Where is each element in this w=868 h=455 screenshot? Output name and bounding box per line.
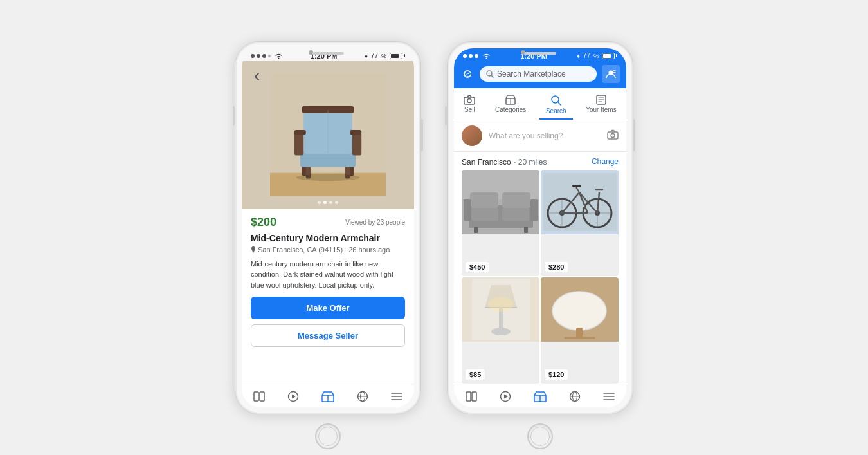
svg-rect-49 — [502, 192, 530, 208]
nav-marketplace-icon-2[interactable] — [533, 389, 547, 404]
chair-svg — [270, 74, 386, 196]
change-location-link[interactable]: Change — [592, 157, 619, 166]
menu-icon-svg — [391, 392, 402, 401]
product-views: Viewed by 23 people — [345, 219, 405, 226]
item-table-price: $120 — [545, 369, 568, 380]
svg-rect-17 — [260, 392, 264, 401]
svg-point-77 — [488, 297, 514, 312]
battery-body-2 — [602, 53, 615, 59]
svg-rect-8 — [294, 132, 303, 155]
bluetooth-icon: ♦ — [365, 53, 368, 59]
svg-rect-51 — [502, 208, 529, 221]
svg-marker-86 — [504, 394, 508, 398]
dot-4 — [335, 201, 338, 204]
svg-rect-81 — [576, 328, 583, 338]
make-offer-button[interactable]: Make Offer — [251, 297, 405, 319]
home-button[interactable] — [315, 423, 341, 449]
marketplace-tabs: Sell Categories — [454, 88, 626, 120]
location-distance: 20 miles — [518, 158, 547, 167]
camera-icon-svg — [607, 129, 619, 140]
signal-dot-2 — [257, 54, 260, 58]
nav-marketplace-icon[interactable] — [321, 389, 335, 404]
items-grid: $450 — [454, 170, 626, 384]
scene: 1:20 PM ♦ 77% — [235, 41, 633, 414]
speaker-2 — [524, 52, 556, 55]
svg-point-38 — [552, 96, 559, 103]
tab-your-items[interactable]: Your Items — [579, 92, 622, 120]
tab-categories-label: Categories — [495, 106, 526, 113]
location-info: San Francisco · 20 miles — [462, 156, 547, 167]
camera-icon[interactable] — [607, 129, 619, 142]
profile-icon — [606, 70, 616, 79]
home-button-2[interactable] — [527, 423, 553, 449]
avatar-image — [462, 125, 482, 146]
signal-dots — [251, 53, 283, 59]
svg-rect-34 — [464, 97, 475, 104]
bluetooth-icon-2: ♦ — [577, 53, 580, 59]
svg-rect-53 — [530, 199, 538, 221]
sofa-svg — [462, 180, 539, 234]
item-bicycle[interactable]: $280 — [541, 170, 619, 276]
item-lamp[interactable]: $85 — [462, 277, 539, 384]
svg-rect-50 — [471, 208, 498, 221]
location-city: San Francisco — [462, 158, 511, 167]
svg-point-76 — [491, 328, 511, 335]
selling-prompt-text[interactable]: What are you selling? — [489, 131, 601, 140]
item-sofa[interactable]: $450 — [462, 170, 539, 276]
search-bar[interactable]: Search Marketplace — [480, 66, 597, 82]
tab-search[interactable]: Search — [539, 92, 573, 120]
marketplace-content: Sell Categories — [454, 88, 626, 407]
svg-point-15 — [296, 174, 360, 181]
tab-your-items-label: Your Items — [586, 106, 616, 113]
battery-body — [390, 53, 402, 59]
signal-dot-2-2 — [469, 54, 473, 58]
phone-product-detail: 1:20 PM ♦ 77% — [235, 41, 421, 414]
globe-icon-svg — [357, 391, 368, 402]
lamp-svg — [472, 279, 530, 340]
profile-button[interactable] — [602, 65, 620, 83]
phone-screen: 1:20 PM ♦ 77% — [242, 48, 414, 407]
messenger-icon[interactable] — [460, 67, 475, 81]
nav-book-icon[interactable] — [252, 389, 266, 404]
svg-line-39 — [558, 102, 561, 105]
location-separator: · — [514, 158, 518, 167]
nav-book-icon-2[interactable] — [464, 389, 478, 404]
bottom-nav — [242, 384, 414, 407]
search-tab-icon — [550, 95, 562, 106]
message-seller-button[interactable]: Message Seller — [251, 324, 405, 347]
item-table[interactable]: $120 — [541, 277, 619, 384]
menu-icon-svg-2 — [603, 392, 615, 401]
tab-categories[interactable]: Categories — [489, 92, 532, 120]
back-button[interactable] — [248, 68, 266, 86]
item-lamp-price: $85 — [466, 369, 485, 380]
tab-sell[interactable]: Sell — [457, 92, 482, 120]
nav-menu-icon[interactable] — [390, 389, 404, 404]
product-location: San Francisco, CA (94115) · 26 hours ago — [251, 246, 405, 254]
search-icon — [486, 70, 494, 78]
nav-play-icon-2[interactable] — [498, 389, 512, 404]
marketplace-header: Search Marketplace — [454, 61, 626, 88]
battery-tip-2 — [616, 54, 617, 57]
messenger-icon-svg — [463, 70, 472, 79]
location-pin-icon — [251, 246, 256, 253]
nav-menu-icon-2[interactable] — [602, 389, 616, 404]
status-right: ♦ 77% — [365, 52, 405, 59]
svg-rect-55 — [524, 227, 528, 233]
battery-percent-2: 77 — [583, 52, 590, 59]
signal-dots-2 — [463, 53, 491, 59]
svg-point-35 — [467, 98, 471, 102]
sofa-image — [462, 170, 539, 234]
item-sofa-price: $450 — [466, 262, 489, 272]
svg-point-45 — [611, 133, 615, 137]
svg-rect-48 — [470, 192, 498, 208]
product-description: Mid-century modern armchair in like new … — [251, 259, 405, 291]
svg-rect-16 — [254, 392, 258, 401]
nav-globe-icon-2[interactable] — [568, 389, 582, 404]
dot-3 — [329, 201, 332, 204]
wifi-icon — [275, 53, 283, 59]
home-button-ring-2 — [530, 427, 550, 446]
nav-play-icon[interactable] — [286, 389, 300, 404]
nav-globe-icon[interactable] — [356, 389, 370, 404]
battery-indicator — [390, 53, 405, 59]
battery-fill — [391, 54, 399, 58]
